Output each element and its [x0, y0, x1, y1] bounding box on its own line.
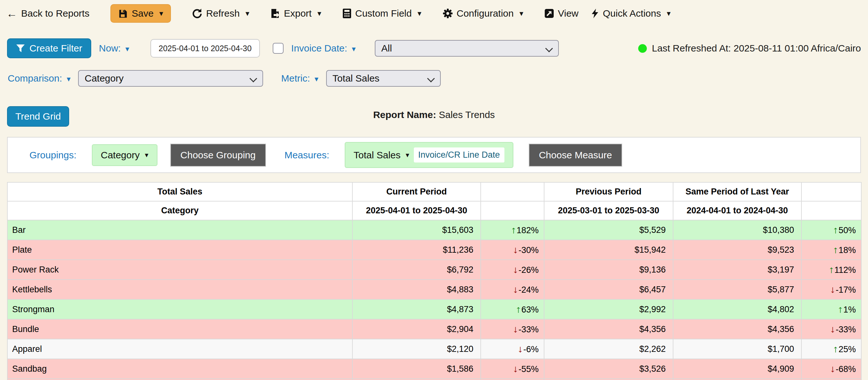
header-current-dates: 2025-04-01 to 2025-04-30 [352, 201, 481, 220]
change-vs-last-year-cell: ↓-17% [801, 280, 861, 299]
change-vs-previous-cell: ↓-55% [481, 359, 544, 379]
quick-actions-caret-icon: ▾ [667, 9, 671, 18]
table-row[interactable]: Kettlebells $4,883 ↓-24% $6,457 $5,877 ↓… [7, 280, 861, 299]
change-vs-previous-cell: ↓-6% [481, 339, 544, 359]
category-cell: Apparel [7, 339, 352, 359]
gear-icon [443, 8, 453, 19]
measure-chip-total-sales[interactable]: Total Sales ▾ Invoice/CR Line Date [345, 142, 514, 168]
same-period-last-year-cell: $5,877 [673, 280, 801, 299]
report-name: Report Name: Sales Trends [373, 109, 495, 120]
current-period-cell: $11,236 [352, 240, 481, 260]
now-dropdown[interactable]: Now: ▾ [99, 43, 129, 54]
current-period-cell: $1,586 [352, 359, 481, 379]
category-cell: Strongman [7, 299, 352, 319]
view-button[interactable]: View [545, 8, 578, 19]
grouping-chip-caret-icon: ▾ [145, 151, 148, 159]
date-range-input[interactable] [150, 39, 260, 58]
trend-arrow-icon: ↑ [833, 225, 839, 235]
trend-grid-table: Total Sales Current Period Previous Peri… [7, 182, 862, 380]
change-vs-last-year-cell: ↑25% [801, 339, 861, 359]
quick-actions-button[interactable]: Quick Actions ▾ [591, 8, 671, 19]
refresh-caret-icon: ▾ [246, 9, 249, 18]
metric-dropdown[interactable]: Metric: ▾ [281, 73, 318, 84]
refresh-button[interactable]: Refresh ▾ [192, 8, 249, 19]
trend-arrow-icon: ↓ [513, 363, 519, 374]
trend-arrow-icon: ↓ [513, 264, 519, 275]
header-change-current [481, 182, 544, 201]
previous-period-cell: $4,356 [544, 319, 673, 339]
category-cell: Sandbag [7, 359, 352, 379]
category-cell: Plate [7, 240, 352, 260]
back-arrow-icon: ← [6, 7, 17, 20]
trend-arrow-icon: ↓ [830, 284, 836, 295]
scope-select[interactable]: All [375, 40, 559, 57]
trend-grid-button[interactable]: Trend Grid [7, 106, 69, 127]
report-name-value: Sales Trends [439, 109, 495, 120]
category-cell: Accessories [7, 379, 352, 380]
configuration-caret-icon: ▾ [520, 9, 523, 18]
table-header-row-dates: Category 2025-04-01 to 2025-04-30 2025-0… [7, 201, 861, 220]
current-period-cell: $4,883 [352, 280, 481, 299]
metric-caret-icon: ▾ [315, 74, 318, 84]
last-refreshed-status: Last Refreshed At: 2025-08-11 01:00 Afri… [638, 43, 861, 54]
grouping-chip-category[interactable]: Category ▾ [92, 144, 157, 166]
filter-row: Create Filter Now: ▾ Invoice Date: ▾ All… [7, 38, 861, 58]
change-vs-last-year-cell: ↑1% [801, 299, 861, 319]
create-filter-button[interactable]: Create Filter [7, 38, 91, 58]
trend-arrow-icon: ↓ [517, 344, 523, 354]
trend-arrow-icon: ↓ [830, 324, 836, 335]
change-vs-last-year-cell: ↓-37% [801, 379, 861, 380]
comparison-caret-icon: ▾ [67, 74, 70, 84]
change-vs-previous-cell: ↓-24% [481, 280, 544, 299]
back-to-reports-button[interactable]: ← Back to Reports [6, 7, 89, 20]
export-button[interactable]: Export ▾ [271, 8, 321, 19]
export-icon [271, 8, 280, 19]
header-category: Category [7, 201, 352, 220]
custom-field-button[interactable]: Custom Field ▾ [342, 8, 422, 19]
lightning-icon [591, 8, 599, 19]
table-row[interactable]: Power Rack $6,792 ↓-26% $9,136 $3,197 ↑1… [7, 260, 861, 280]
choose-grouping-button[interactable]: Choose Grouping [170, 144, 266, 167]
measures-label: Measures: [284, 150, 329, 161]
invoice-date-checkbox[interactable] [273, 43, 284, 54]
table-row[interactable]: Bar $15,603 ↑182% $5,529 $10,380 ↑50% [7, 220, 861, 240]
grouping-measure-panel: Groupings: Category ▾ Choose Grouping Me… [7, 137, 861, 173]
now-caret-icon: ▾ [125, 44, 129, 54]
trend-arrow-icon: ↑ [515, 304, 521, 315]
category-cell: Kettlebells [7, 280, 352, 299]
header-previous-dates: 2025-03-01 to 2025-03-30 [544, 201, 673, 220]
metric-select[interactable]: Total Sales [326, 70, 441, 87]
table-row[interactable]: Sandbag $1,586 ↓-55% $3,526 $4,909 ↓-68% [7, 359, 861, 379]
same-period-last-year-cell: $822 [673, 379, 801, 380]
same-period-last-year-cell: $4,356 [673, 319, 801, 339]
table-row[interactable]: Plate $11,236 ↓-30% $15,942 $9,523 ↑18% [7, 240, 861, 260]
current-period-cell: $2,904 [352, 319, 481, 339]
change-vs-last-year-cell: ↑112% [801, 260, 861, 280]
table-row[interactable]: Bundle $2,904 ↓-33% $4,356 $4,356 ↓-33% [7, 319, 861, 339]
table-row[interactable]: Apparel $2,120 ↓-6% $2,262 $1,700 ↑25% [7, 339, 861, 359]
choose-measure-button[interactable]: Choose Measure [529, 144, 622, 167]
measure-date-field[interactable]: Invoice/CR Line Date [414, 148, 504, 162]
current-period-cell: $2,120 [352, 339, 481, 359]
header-total-sales: Total Sales [7, 182, 352, 201]
header-same-period-last-year: Same Period of Last Year [673, 182, 801, 201]
trend-arrow-icon: ↑ [833, 344, 839, 354]
export-caret-icon: ▾ [317, 9, 321, 18]
calculator-icon [342, 8, 351, 19]
table-row[interactable]: Accessories $517 ↓-71% $1,807 $822 ↓-37% [7, 379, 861, 380]
measure-chip-caret-icon: ▾ [406, 151, 409, 159]
header-change-last-year [801, 182, 861, 201]
save-button[interactable]: Save ▾ [111, 4, 170, 23]
comparison-select[interactable]: Category [78, 70, 263, 87]
change-vs-last-year-cell: ↓-68% [801, 359, 861, 379]
report-name-label: Report Name: [373, 109, 436, 120]
trend-arrow-icon: ↓ [830, 363, 836, 374]
header-current-period: Current Period [352, 182, 481, 201]
configuration-button[interactable]: Configuration ▾ [443, 8, 524, 19]
comparison-dropdown[interactable]: Comparison: ▾ [8, 73, 70, 84]
category-cell: Power Rack [7, 260, 352, 280]
invoice-date-dropdown[interactable]: Invoice Date: ▾ [291, 43, 355, 54]
previous-period-cell: $6,457 [544, 280, 673, 299]
table-row[interactable]: Strongman $4,873 ↑63% $2,992 $4,802 ↑1% [7, 299, 861, 319]
top-toolbar: ← Back to Reports Save ▾ Refresh ▾ Expor… [0, 0, 868, 23]
